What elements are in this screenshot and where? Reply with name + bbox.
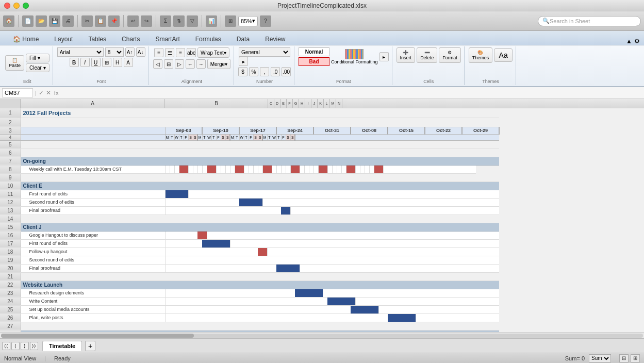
italic-button[interactable]: I — [80, 58, 90, 67]
col-header-k[interactable]: K — [318, 99, 324, 108]
col-header-j[interactable]: J — [311, 99, 318, 108]
currency-button[interactable]: $ — [238, 67, 247, 76]
col-header-c[interactable]: C — [268, 99, 274, 108]
conditional-formatting-button[interactable]: Conditional Formatting — [331, 49, 378, 64]
fill-button[interactable]: Fill ▾ — [26, 54, 49, 62]
task-research-design[interactable]: Research design elements — [21, 289, 165, 297]
paste-button[interactable]: 📋 Paste — [5, 55, 24, 71]
font-color-button[interactable]: A — [124, 58, 133, 67]
comma-button[interactable]: , — [260, 67, 269, 76]
new-icon[interactable]: 📄 — [22, 15, 34, 27]
paste-icon[interactable]: 📌 — [108, 15, 120, 27]
sum-dropdown[interactable]: Sum — [589, 354, 611, 362]
tab-formulas[interactable]: Formulas — [188, 33, 229, 45]
insert-button[interactable]: ➕ Insert — [397, 47, 416, 63]
zoom-box[interactable]: 85% ▾ — [238, 16, 258, 26]
decimal-increase-button[interactable]: .0 — [271, 67, 280, 76]
wrap-text-button[interactable]: Wrap Text ▾ — [197, 47, 229, 58]
filter-icon[interactable]: ▽ — [187, 15, 198, 27]
indent-decrease-button[interactable]: ← — [186, 59, 195, 69]
task-client-j-proof[interactable]: Final proofread — [21, 264, 165, 272]
grid-area[interactable]: 1 2012 Fall Projects 2 3 Sep-03 Sep-10 S… — [0, 108, 644, 332]
font-theme-button[interactable]: Aa — [494, 48, 513, 62]
formula-input[interactable] — [60, 89, 642, 96]
x-icon[interactable]: ✕ — [46, 89, 51, 96]
redo-icon[interactable]: ↪ — [141, 15, 152, 27]
bad-style[interactable]: Bad — [299, 57, 329, 66]
close-button[interactable] — [4, 3, 10, 9]
normal-style[interactable]: Normal — [299, 47, 329, 56]
task-write-content[interactable]: Write Content — [21, 297, 165, 305]
open-icon[interactable]: 📂 — [36, 15, 47, 27]
col-header-n[interactable]: N — [336, 99, 342, 108]
function-icon[interactable]: fx — [54, 90, 59, 96]
task-weekly-call[interactable]: Weekly call with E.M. Tuesday 10:30am CS… — [21, 165, 165, 173]
task-social-media[interactable]: Set up social media accounts — [21, 305, 165, 314]
text-dir-button[interactable]: abc — [187, 48, 196, 57]
align-center-button[interactable]: ⊟ — [164, 59, 173, 69]
font-family-select[interactable]: Arial — [57, 47, 104, 57]
home-icon[interactable]: 🏠 — [3, 15, 14, 27]
col-header-b[interactable]: B — [165, 99, 268, 108]
decimal-decrease-button[interactable]: .00 — [282, 67, 291, 76]
tab-smartart[interactable]: SmartArt — [147, 33, 187, 45]
clear-button[interactable]: Clear ▾ — [26, 63, 49, 72]
task-client-e-proof[interactable]: Final proofread — [21, 206, 165, 214]
col-header-i[interactable]: I — [305, 99, 311, 108]
search-box[interactable]: 🔍 Search in Sheet — [538, 16, 641, 26]
horizontal-scrollbar[interactable] — [0, 332, 644, 338]
tab-charts[interactable]: Charts — [114, 33, 147, 45]
tab-data[interactable]: Data — [229, 33, 257, 45]
col-header-d[interactable]: D — [274, 99, 280, 108]
sheet-nav-next[interactable]: ⟩ — [21, 342, 29, 350]
col-header-l[interactable]: L — [324, 99, 330, 108]
page-layout-button[interactable]: ⊞ — [631, 354, 640, 362]
align-right-button[interactable]: ▷ — [175, 59, 184, 69]
number-expand-button[interactable]: ▸ — [239, 57, 248, 66]
task-client-j-first[interactable]: First round of edits — [21, 239, 165, 248]
col-header-g[interactable]: G — [293, 99, 299, 108]
task-client-j-hangout[interactable]: Google Hangout to discuss paper — [21, 231, 165, 239]
cell-reference-input[interactable] — [2, 88, 33, 97]
title-cell[interactable]: 2012 Fall Projects — [21, 108, 499, 118]
task-plan-write[interactable]: Plan, write posts — [21, 314, 165, 322]
col-header-f[interactable]: F — [287, 99, 293, 108]
chart-icon[interactable]: 📊 — [206, 15, 217, 27]
indent-increase-button[interactable]: → — [196, 59, 206, 69]
normal-view-button[interactable]: ⊟ — [619, 354, 629, 362]
sheet-nav-last[interactable]: ⟩⟩ — [30, 342, 38, 350]
underline-button[interactable]: U — [91, 58, 101, 67]
sum-icon[interactable]: Σ — [160, 15, 171, 27]
minimize-button[interactable] — [13, 3, 20, 9]
ribbon-options-icon[interactable]: ⚙ — [634, 38, 640, 45]
tab-home[interactable]: 🏠 Home — [5, 33, 46, 45]
ribbon-expand-icon[interactable]: ▲ — [626, 38, 632, 45]
bold-button[interactable]: B — [70, 58, 79, 67]
font-increase-button[interactable]: A↑ — [125, 47, 135, 57]
undo-icon[interactable]: ↩ — [127, 15, 139, 27]
sort-icon[interactable]: ⇅ — [173, 15, 185, 27]
col-header-a[interactable]: A — [21, 99, 165, 108]
add-sheet-button[interactable]: + — [85, 341, 95, 351]
task-client-e-second[interactable]: Second round of edits — [21, 198, 165, 206]
sheets-icon[interactable]: ⊞ — [225, 15, 236, 27]
sheet-nav-prev[interactable]: ⟨ — [11, 342, 20, 350]
align-left-button[interactable]: ◁ — [153, 59, 162, 69]
format-cells-button[interactable]: ⚙ Format — [439, 47, 461, 63]
tab-tables[interactable]: Tables — [80, 33, 114, 45]
sheet-nav-first[interactable]: ⟨⟨ — [2, 342, 10, 350]
check-icon[interactable]: ✓ — [39, 89, 44, 96]
percent-button[interactable]: % — [249, 67, 258, 76]
sheet-tab-timetable[interactable]: Timetable — [42, 341, 82, 351]
format-expand-button[interactable]: ▸ — [379, 52, 389, 61]
cut-icon[interactable]: ✂ — [81, 15, 93, 27]
themes-button[interactable]: 🎨 Themes — [469, 47, 493, 63]
print-icon[interactable]: 🖨 — [62, 15, 74, 27]
task-client-j-second[interactable]: Second round of edits — [21, 256, 165, 264]
number-format-select[interactable]: General — [239, 47, 290, 57]
tab-layout[interactable]: Layout — [46, 33, 80, 45]
maximize-button[interactable] — [23, 3, 29, 9]
font-decrease-button[interactable]: A↓ — [136, 47, 145, 57]
col-header-h[interactable]: H — [299, 99, 305, 108]
merge-button[interactable]: Merge ▾ — [207, 59, 230, 69]
